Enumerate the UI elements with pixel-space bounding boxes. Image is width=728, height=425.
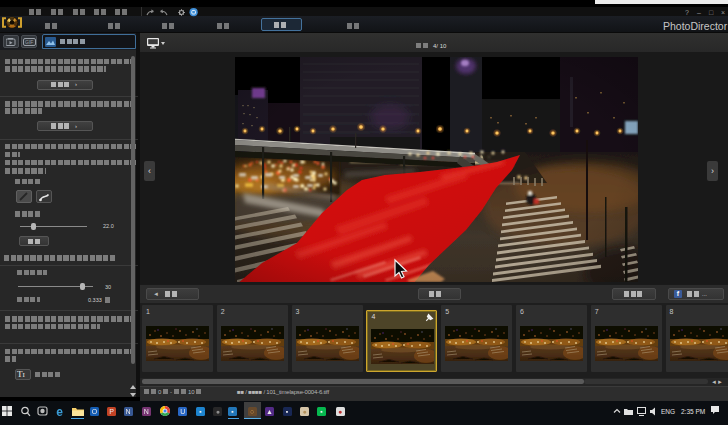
svg-text:GIF: GIF	[25, 39, 33, 45]
